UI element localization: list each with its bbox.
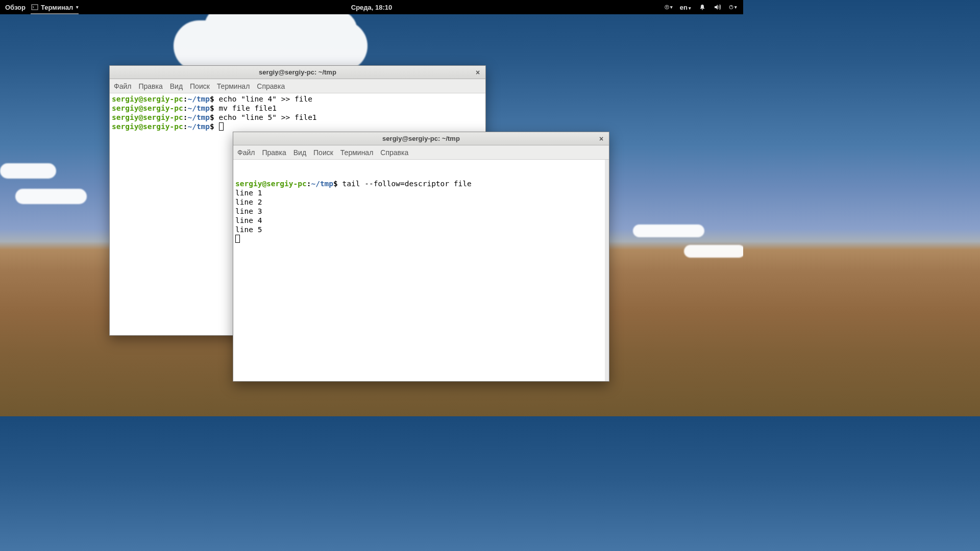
terminal-line: sergiy@sergiy-pc:~/tmp$ echo "line 5" >>… — [111, 113, 484, 122]
terminal-output-line: line 4 — [234, 216, 608, 225]
window-titlebar[interactable]: sergiy@sergiy-pc: ~/tmp × — [233, 132, 609, 145]
svg-point-3 — [702, 9, 703, 10]
terminal-output-line: line 2 — [234, 197, 608, 207]
terminal-content[interactable]: sergiy@sergiy-pc:~/tmp$ tail --follow=de… — [233, 160, 609, 381]
window-title: sergiy@sergiy-pc: ~/tmp — [259, 68, 336, 76]
close-icon: × — [476, 68, 480, 77]
terminal-line: sergiy@sergiy-pc:~/tmp$ mv file file1 — [111, 104, 484, 113]
app-menu[interactable]: Терминал ▾ — [31, 3, 79, 11]
menubar: Файл Правка Вид Поиск Терминал Справка — [110, 79, 485, 93]
chevron-down-icon: ▾ — [689, 6, 691, 11]
window-title: sergiy@sergiy-pc: ~/tmp — [382, 135, 460, 142]
cloud-decoration — [684, 245, 743, 258]
cloud-decoration — [15, 189, 87, 204]
cloud-decoration — [633, 224, 704, 237]
terminal-output-line: line 1 — [234, 188, 608, 197]
close-button[interactable]: × — [473, 68, 482, 77]
cursor — [235, 235, 240, 243]
gnome-topbar: Обзор Терминал ▾ Среда, 18:10 ▾ en▾ ▾ — [0, 0, 743, 14]
cursor — [219, 122, 224, 131]
menu-file[interactable]: Файл — [237, 148, 255, 157]
terminal-line: sergiy@sergiy-pc:~/tmp$ echo "line 4" >>… — [111, 94, 484, 104]
menu-view[interactable]: Вид — [170, 82, 183, 90]
menu-file[interactable]: Файл — [114, 82, 131, 90]
terminal-window-2[interactable]: sergiy@sergiy-pc: ~/tmp × Файл Правка Ви… — [233, 132, 609, 382]
volume-icon[interactable] — [714, 3, 722, 11]
menu-help[interactable]: Справка — [380, 148, 408, 157]
power-icon[interactable]: ▾ — [729, 3, 737, 11]
terminal-app-icon — [31, 3, 39, 11]
menubar: Файл Правка Вид Поиск Терминал Справка — [233, 145, 609, 160]
menu-search[interactable]: Поиск — [190, 82, 210, 90]
menu-edit[interactable]: Правка — [138, 82, 162, 90]
terminal-output-line: line 5 — [234, 225, 608, 234]
menu-view[interactable]: Вид — [293, 148, 306, 157]
menu-terminal[interactable]: Терминал — [217, 82, 250, 90]
menu-terminal[interactable]: Терминал — [340, 148, 373, 157]
close-icon: × — [599, 135, 603, 143]
input-language[interactable]: en▾ — [680, 4, 691, 11]
menu-search[interactable]: Поиск — [313, 148, 333, 157]
close-button[interactable]: × — [597, 134, 606, 143]
cloud-decoration — [0, 163, 56, 179]
accessibility-icon[interactable]: ▾ — [665, 3, 673, 11]
app-menu-label: Терминал — [41, 4, 73, 11]
activities-button[interactable]: Обзор — [5, 4, 26, 11]
chevron-down-icon: ▾ — [76, 5, 79, 10]
window-titlebar[interactable]: sergiy@sergiy-pc: ~/tmp × — [110, 66, 485, 79]
scrollbar[interactable] — [605, 160, 609, 381]
terminal-output-line: line 3 — [234, 207, 608, 216]
chevron-down-icon: ▾ — [734, 5, 737, 10]
menu-help[interactable]: Справка — [257, 82, 285, 90]
svg-point-2 — [666, 6, 667, 7]
menu-edit[interactable]: Правка — [262, 148, 286, 157]
terminal-line — [234, 234, 608, 243]
terminal-line: sergiy@sergiy-pc:~/tmp$ — [111, 122, 484, 131]
chevron-down-icon: ▾ — [670, 5, 673, 10]
clock[interactable]: Среда, 18:10 — [351, 4, 393, 11]
terminal-line: sergiy@sergiy-pc:~/tmp$ tail --follow=de… — [234, 179, 608, 188]
svg-rect-0 — [32, 5, 38, 10]
notifications-icon[interactable] — [698, 3, 706, 11]
input-language-label: en — [680, 4, 688, 11]
cloud-decoration — [174, 20, 368, 71]
